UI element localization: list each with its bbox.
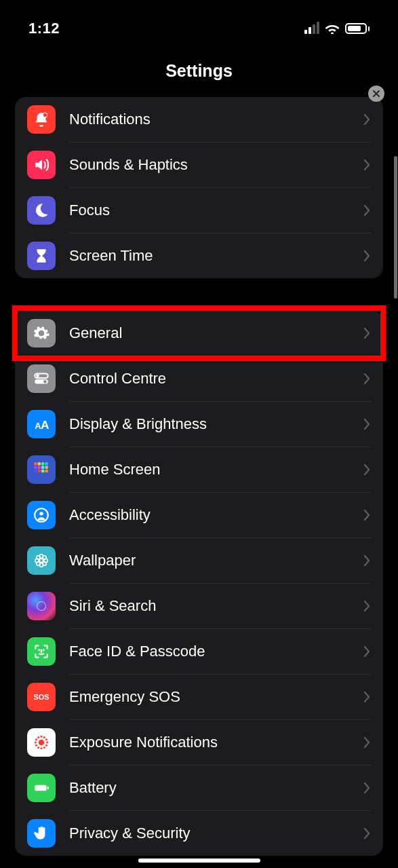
svg-point-44 (37, 736, 39, 738)
chevron-right-icon (363, 554, 371, 567)
settings-row-faceid[interactable]: Face ID & Passcode (15, 628, 383, 674)
svg-rect-16 (38, 470, 41, 472)
settings-row-label: Privacy & Security (69, 825, 363, 842)
svg-point-0 (43, 113, 47, 117)
svg-rect-18 (45, 470, 47, 472)
settings-row-sos[interactable]: SOSEmergency SOS (15, 674, 383, 719)
svg-point-36 (46, 741, 48, 743)
settings-row-label: Exposure Notifications (69, 734, 363, 751)
svg-point-32 (39, 649, 39, 650)
flower-icon (27, 546, 56, 575)
settings-row-wallpaper[interactable]: Wallpaper (15, 537, 383, 583)
chevron-right-icon (363, 690, 371, 704)
settings-row-battery[interactable]: Battery (15, 765, 383, 810)
settings-row-exposure[interactable]: Exposure Notifications (15, 719, 383, 765)
svg-rect-13 (41, 466, 44, 468)
settings-row-accessibility[interactable]: Accessibility (15, 492, 383, 537)
home-indicator[interactable] (138, 858, 260, 863)
svg-point-46 (43, 736, 45, 738)
svg-rect-11 (34, 466, 37, 468)
settings-row-label: Wallpaper (69, 552, 363, 569)
settings-row-homescreen[interactable]: Home Screen (15, 447, 383, 492)
apps-grid-icon (27, 455, 56, 484)
aa-icon: AA (27, 410, 56, 438)
settings-row-label: General (69, 324, 363, 342)
faceid-icon (27, 637, 56, 666)
chevron-right-icon (363, 372, 371, 385)
chevron-right-icon (363, 417, 371, 431)
moon-icon (27, 196, 56, 225)
svg-point-39 (40, 747, 42, 749)
svg-rect-9 (41, 462, 44, 465)
settings-group: GeneralControl CentreAADisplay & Brightn… (15, 311, 383, 856)
svg-point-31 (37, 601, 46, 610)
svg-rect-49 (47, 786, 49, 789)
svg-point-37 (45, 744, 47, 746)
chevron-right-icon (363, 781, 371, 795)
switches-icon (27, 364, 56, 393)
cellular-signal-icon (304, 23, 319, 34)
settings-row-notifications[interactable]: Notifications (15, 97, 383, 142)
settings-row-label: Battery (69, 779, 363, 797)
battery-icon (345, 23, 370, 34)
settings-row-sounds[interactable]: Sounds & Haptics (15, 142, 383, 187)
svg-rect-7 (34, 462, 37, 465)
chevron-right-icon (363, 827, 371, 840)
svg-point-2 (36, 374, 39, 377)
settings-row-focus[interactable]: Focus (15, 187, 383, 233)
page-title: Settings (0, 49, 398, 97)
exposure-icon (27, 728, 56, 757)
svg-point-21 (39, 559, 43, 562)
hourglass-icon (27, 242, 56, 270)
svg-rect-8 (38, 462, 41, 465)
settings-row-display[interactable]: AADisplay & Brightness (15, 401, 383, 447)
chevron-right-icon (363, 249, 371, 263)
chevron-right-icon (363, 158, 371, 172)
settings-group: NotificationsSounds & HapticsFocusScreen… (15, 97, 383, 278)
battery-icon (27, 774, 56, 802)
settings-row-privacy[interactable]: Privacy & Security (15, 810, 383, 856)
settings-row-general[interactable]: General (15, 311, 383, 356)
svg-rect-17 (41, 470, 44, 472)
svg-point-42 (35, 741, 37, 743)
bell-badge-icon (27, 105, 56, 134)
svg-point-47 (45, 738, 47, 740)
chevron-right-icon (363, 508, 371, 522)
chevron-right-icon (363, 326, 371, 340)
chevron-right-icon (363, 599, 371, 613)
scroll-indicator (394, 156, 397, 299)
settings-row-label: Sounds & Haptics (69, 156, 363, 174)
svg-point-38 (43, 746, 45, 748)
svg-point-40 (37, 746, 39, 748)
settings-row-label: Display & Brightness (69, 415, 363, 433)
settings-row-label: Face ID & Passcode (69, 643, 363, 660)
hand-icon (27, 819, 56, 848)
settings-row-label: Accessibility (69, 506, 363, 524)
svg-text:A: A (41, 417, 49, 431)
chevron-right-icon (363, 204, 371, 217)
settings-row-label: Emergency SOS (69, 688, 363, 706)
sos-icon: SOS (27, 683, 56, 711)
settings-row-screentime[interactable]: Screen Time (15, 233, 383, 278)
svg-text:SOS: SOS (34, 693, 49, 701)
svg-rect-48 (35, 785, 46, 791)
svg-point-35 (39, 739, 45, 745)
svg-point-20 (39, 512, 43, 515)
svg-point-4 (43, 379, 47, 383)
siri-icon (27, 592, 56, 620)
svg-rect-14 (45, 466, 47, 468)
person-circle-icon (27, 501, 56, 529)
status-time: 1:12 (28, 20, 60, 37)
svg-point-33 (43, 649, 44, 650)
svg-point-45 (40, 735, 42, 737)
settings-row-label: Screen Time (69, 247, 363, 265)
settings-row-label: Home Screen (69, 461, 363, 478)
wifi-icon (325, 23, 340, 34)
settings-row-controlcentre[interactable]: Control Centre (15, 356, 383, 401)
svg-point-41 (35, 744, 37, 746)
settings-row-label: Siri & Search (69, 597, 363, 615)
status-bar: 1:12 (0, 0, 398, 49)
settings-row-siri[interactable]: Siri & Search (15, 583, 383, 628)
chevron-right-icon (363, 463, 371, 476)
svg-rect-15 (34, 470, 37, 472)
